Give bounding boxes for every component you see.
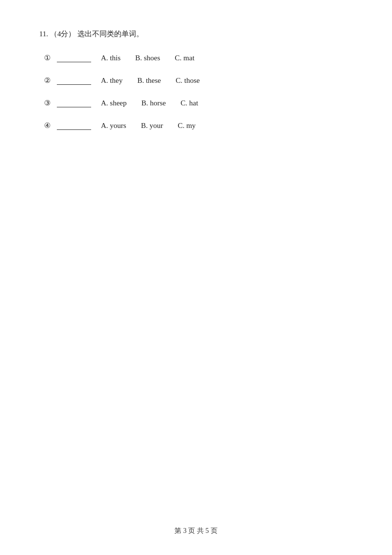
question-number: 11. <box>39 30 48 38</box>
question-instruction: 选出不同类的单词。 <box>77 30 144 38</box>
answer-blank[interactable] <box>57 121 91 130</box>
row-number: ① <box>44 53 55 62</box>
option-b: B. your <box>141 122 163 130</box>
option-c: C. my <box>178 122 196 130</box>
option-c: C. hat <box>181 99 198 107</box>
row-number: ③ <box>44 99 55 107</box>
options-group: A. theyB. theseC. those <box>101 76 200 85</box>
option-b: B. shoes <box>135 54 160 62</box>
option-a: A. this <box>101 54 121 62</box>
option-c: C. those <box>176 76 200 85</box>
question-row: ②A. theyB. theseC. those <box>44 76 353 85</box>
page-footer: 第 3 页 共 5 页 <box>0 527 392 535</box>
question-row: ④A. yoursB. yourC. my <box>44 121 353 130</box>
options-group: A. yoursB. yourC. my <box>101 122 196 130</box>
page-content: 11. （4分） 选出不同类的单词。 ①A. thisB. shoesC. ma… <box>0 0 392 173</box>
question-row: ①A. thisB. shoesC. mat <box>44 53 353 62</box>
answer-blank[interactable] <box>57 76 91 85</box>
footer-text: 第 3 页 共 5 页 <box>174 527 218 534</box>
question-row: ③A. sheepB. horseC. hat <box>44 99 353 107</box>
answer-blank[interactable] <box>57 53 91 62</box>
option-a: A. yours <box>101 122 126 130</box>
answer-blank[interactable] <box>57 99 91 107</box>
question-header: 11. （4分） 选出不同类的单词。 <box>39 29 353 39</box>
option-a: A. sheep <box>101 99 127 107</box>
row-number: ④ <box>44 121 55 130</box>
option-c: C. mat <box>175 54 195 62</box>
options-group: A. sheepB. horseC. hat <box>101 99 198 107</box>
option-b: B. these <box>137 76 161 85</box>
question-points: （4分） <box>50 30 76 38</box>
row-number: ② <box>44 76 55 85</box>
option-b: B. horse <box>142 99 166 107</box>
question-rows: ①A. thisB. shoesC. mat②A. theyB. theseC.… <box>44 53 353 130</box>
option-a: A. they <box>101 76 122 85</box>
options-group: A. thisB. shoesC. mat <box>101 54 195 62</box>
